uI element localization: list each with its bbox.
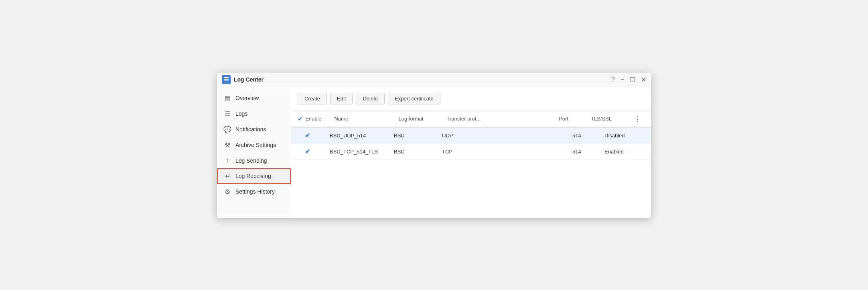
col-port: Port [552, 112, 584, 126]
sidebar-item-log-sending[interactable]: ↑ Log Sending [217, 153, 291, 168]
sidebar-item-overview[interactable]: ▤ Overview [217, 90, 291, 106]
sidebar-item-settings-history[interactable]: ⚙ Settings History [217, 184, 291, 200]
cell-enable: ✔ [291, 144, 323, 159]
svg-rect-1 [224, 79, 229, 80]
app-icon [222, 75, 231, 84]
svg-rect-3 [224, 82, 226, 82]
col-tls-ssl: TLS/SSL [584, 112, 625, 126]
cell-name: BSD_TCP_514_TLS [323, 145, 387, 159]
table-row[interactable]: ✔BSD_UDP_514BSDUDP514Disabled [291, 128, 651, 144]
log-receiving-icon: ↵ [223, 172, 231, 180]
create-button[interactable]: Create [298, 93, 327, 104]
cell-log-format: BSD [387, 129, 436, 143]
svg-rect-0 [224, 77, 229, 78]
titlebar: Log Center ? − ❐ ✕ [217, 73, 651, 87]
table-body: ✔BSD_UDP_514BSDUDP514Disabled✔BSD_TCP_51… [291, 128, 651, 160]
row-checkbox[interactable]: ✔ [305, 132, 310, 139]
cell-tls-ssl: Disabled [598, 129, 638, 143]
delete-button[interactable]: Delete [356, 93, 385, 104]
log-receiving-table: ✔ Enable Name Log format Tr [291, 110, 651, 160]
notifications-icon: 💬 [223, 126, 231, 133]
log-sending-icon: ↑ [223, 157, 231, 164]
cell-transfer-prot: UDP [436, 129, 566, 143]
cell-transfer-prot: TCP [436, 145, 566, 159]
minimize-button[interactable]: − [621, 76, 624, 83]
cell-port: 514 [566, 129, 598, 143]
cell-log-format: BSD [387, 145, 436, 159]
header-checkbox-icon[interactable]: ✔ [298, 115, 303, 123]
sidebar-item-archive-settings[interactable]: ⚒ Archive Settings [217, 137, 291, 153]
sidebar-item-label: Notifications [235, 126, 266, 133]
maximize-button[interactable]: ❐ [630, 76, 635, 84]
cell-extra [638, 131, 651, 139]
close-button[interactable]: ✕ [641, 76, 646, 84]
archive-settings-icon: ⚒ [223, 141, 231, 149]
main-content: Create Edit Delete Export certificate ✔ … [291, 87, 651, 218]
window-title: Log Center [234, 76, 611, 83]
cell-enable: ✔ [291, 128, 323, 143]
app-window: Log Center ? − ❐ ✕ ▤ Overview ☰ Logs 💬 N… [217, 73, 651, 218]
export-certificate-button[interactable]: Export certificate [388, 93, 440, 104]
sidebar-item-label: Log Receiving [235, 173, 271, 179]
more-options-icon[interactable]: ⋮ [631, 115, 645, 123]
sidebar-item-log-receiving[interactable]: ↵ Log Receiving [217, 168, 291, 184]
svg-rect-2 [224, 81, 229, 82]
col-enable: ✔ Enable [291, 111, 328, 127]
edit-button[interactable]: Edit [330, 93, 353, 104]
logs-icon: ☰ [223, 110, 231, 118]
help-button[interactable]: ? [611, 76, 615, 83]
cell-extra [638, 147, 651, 155]
col-transfer-prot: Transfer prot... [440, 112, 552, 126]
toolbar: Create Edit Delete Export certificate [291, 87, 651, 110]
sidebar-item-label: Archive Settings [235, 142, 276, 148]
cell-port: 514 [566, 145, 598, 159]
app-body: ▤ Overview ☰ Logs 💬 Notifications ⚒ Arch… [217, 87, 651, 218]
table-row[interactable]: ✔BSD_TCP_514_TLSBSDTCP514Enabled [291, 144, 651, 160]
sidebar: ▤ Overview ☰ Logs 💬 Notifications ⚒ Arch… [217, 87, 291, 218]
cell-tls-ssl: Enabled [598, 145, 638, 159]
row-checkbox[interactable]: ✔ [305, 148, 310, 155]
sidebar-item-label: Log Sending [235, 157, 267, 164]
sidebar-item-logs[interactable]: ☰ Logs [217, 106, 291, 122]
sidebar-item-label: Logs [235, 110, 247, 117]
sidebar-item-notifications[interactable]: 💬 Notifications [217, 122, 291, 137]
col-log-format: Log format [392, 112, 440, 126]
sidebar-item-label: Settings History [235, 188, 275, 195]
cell-name: BSD_UDP_514 [323, 129, 387, 143]
col-name: Name [328, 112, 392, 126]
sidebar-item-label: Overview [235, 95, 259, 101]
table-container: ✔ Enable Name Log format Tr [291, 110, 651, 218]
col-more: ⋮ [625, 110, 651, 127]
overview-icon: ▤ [223, 94, 231, 102]
settings-history-icon: ⚙ [223, 188, 231, 196]
window-controls: ? − ❐ ✕ [611, 76, 646, 84]
table-header-row: ✔ Enable Name Log format Tr [291, 110, 651, 128]
